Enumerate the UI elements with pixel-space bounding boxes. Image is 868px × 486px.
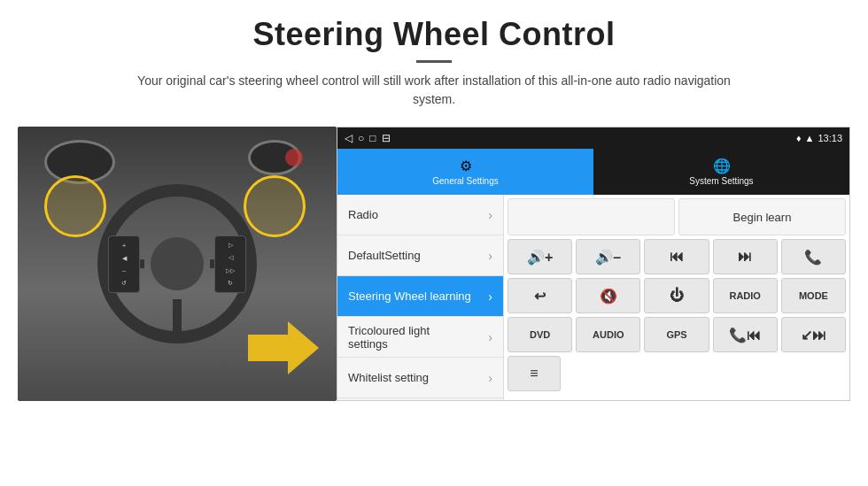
volume-down-icon: 🔊–	[595, 249, 621, 266]
mute-icon: 🔇	[600, 288, 617, 305]
gps-label: GPS	[666, 329, 686, 340]
tab-system-settings[interactable]: 🌐 System Settings	[593, 149, 849, 195]
tab-general-label: General Settings	[432, 176, 499, 186]
phone-prev-icon: 📞⏮	[729, 327, 761, 343]
end-next-button[interactable]: ↙⏭	[781, 317, 846, 352]
android-tabs: ⚙ General Settings 🌐 System Settings	[337, 149, 849, 195]
highlight-left	[44, 175, 106, 237]
status-time: 13:13	[818, 133, 842, 143]
power-button[interactable]: ⏻	[644, 278, 709, 313]
prev-track-icon: ⏮	[670, 249, 684, 265]
menu-whitelist-label: Whitelist setting	[348, 371, 429, 384]
status-left: ◁ ○ □ ⊟	[345, 132, 391, 144]
audio-button[interactable]: AUDIO	[576, 317, 640, 352]
phone-icon: 📞	[804, 249, 822, 266]
arrow-overlay	[248, 321, 310, 383]
volume-up-icon: 🔊+	[527, 249, 553, 266]
menu-item-radio[interactable]: Radio ›	[337, 195, 503, 235]
home-icon[interactable]: ○	[358, 132, 364, 144]
android-content: Radio › DefaultSetting › Steering Wheel …	[337, 195, 849, 400]
radio-button[interactable]: RADIO	[713, 278, 778, 313]
status-right: ♦ ▲ 13:13	[796, 133, 842, 143]
menu-tricoloured-chevron: ›	[488, 330, 492, 344]
back-call-icon: ↩	[534, 288, 546, 305]
volume-up-button[interactable]: 🔊+	[508, 239, 572, 274]
highlight-right	[244, 175, 306, 237]
content-section: + ◀ – ↺ ▷ ◁ ▷▷ ↻	[0, 118, 868, 486]
back-icon[interactable]: ◁	[345, 132, 353, 144]
page-title: Steering Wheel Control	[35, 16, 833, 53]
back-call-button[interactable]: ↩	[508, 278, 572, 313]
next-track-button[interactable]: ⏭	[713, 239, 778, 274]
menu-item-tricoloured[interactable]: Tricoloured lightsettings ›	[337, 317, 503, 358]
svg-marker-0	[248, 321, 319, 374]
control-row-1: 🔊+ 🔊– ⏮ ⏭ 📞	[508, 239, 846, 274]
steering-wheel-graphic: + ◀ – ↺ ▷ ◁ ▷▷ ↻	[97, 184, 257, 343]
phone-prev-button[interactable]: 📞⏮	[713, 317, 778, 352]
list-button[interactable]: ≡	[508, 356, 561, 391]
menu-item-steering-wheel[interactable]: Steering Wheel learning ›	[337, 276, 503, 317]
audio-label: AUDIO	[593, 329, 624, 340]
gps-button[interactable]: GPS	[644, 317, 709, 352]
volume-down-button[interactable]: 🔊–	[576, 239, 640, 274]
menu-default-label: DefaultSetting	[348, 249, 421, 262]
menu-whitelist-chevron: ›	[488, 371, 492, 385]
mode-label: MODE	[799, 290, 828, 301]
android-panel: ◁ ○ □ ⊟ ♦ ▲ 13:13 ⚙ General Settings	[337, 127, 850, 401]
control-row-3: DVD AUDIO GPS 📞⏮ ↙⏭	[508, 317, 846, 352]
next-track-icon: ⏭	[738, 249, 752, 265]
screenshot-icon[interactable]: ⊟	[382, 132, 391, 144]
menu-list: Radio › DefaultSetting › Steering Wheel …	[337, 195, 504, 400]
menu-radio-chevron: ›	[488, 208, 492, 222]
end-next-icon: ↙⏭	[801, 327, 826, 343]
car-image: + ◀ – ↺ ▷ ◁ ▷▷ ↻	[18, 127, 337, 401]
menu-item-whitelist[interactable]: Whitelist setting ›	[337, 358, 503, 398]
power-icon: ⏻	[670, 288, 684, 304]
menu-tricoloured-label: Tricoloured lightsettings	[348, 324, 430, 351]
menu-item-default-setting[interactable]: DefaultSetting ›	[337, 235, 503, 276]
control-panel: Begin learn 🔊+ 🔊– ⏮	[504, 195, 849, 400]
control-row-2: ↩ 🔇 ⏻ RADIO MODE	[508, 278, 846, 313]
tab-system-label: System Settings	[689, 176, 753, 186]
prev-track-button[interactable]: ⏮	[644, 239, 709, 274]
phone-button[interactable]: 📞	[781, 239, 846, 274]
menu-default-chevron: ›	[488, 249, 492, 263]
car-image-bg: + ◀ – ↺ ▷ ◁ ▷▷ ↻	[18, 127, 337, 401]
header-section: Steering Wheel Control Your original car…	[0, 0, 868, 118]
wifi-icon: ♦	[796, 133, 802, 143]
menu-steering-chevron: ›	[488, 289, 492, 304]
control-row-4: ≡	[508, 356, 846, 391]
signal-icon: ▲	[805, 133, 815, 143]
mute-button[interactable]: 🔇	[576, 278, 640, 313]
begin-learn-row: Begin learn	[508, 198, 846, 235]
menu-steering-label: Steering Wheel learning	[348, 289, 471, 303]
radio-label: RADIO	[729, 290, 760, 301]
subtitle: Your original car's steering wheel contr…	[124, 72, 744, 109]
system-settings-icon: 🌐	[713, 158, 731, 174]
android-status-bar: ◁ ○ □ ⊟ ♦ ▲ 13:13	[337, 127, 849, 149]
page-container: Steering Wheel Control Your original car…	[0, 0, 868, 486]
general-settings-icon: ⚙	[460, 158, 472, 174]
recents-icon[interactable]: □	[369, 132, 376, 144]
dvd-button[interactable]: DVD	[508, 317, 572, 352]
begin-learn-button[interactable]: Begin learn	[678, 198, 846, 235]
list-icon: ≡	[530, 366, 538, 382]
blank-display-box	[508, 198, 675, 235]
menu-radio-label: Radio	[348, 208, 378, 221]
dvd-label: DVD	[530, 329, 550, 340]
mode-button[interactable]: MODE	[781, 278, 846, 313]
title-divider	[416, 60, 452, 63]
tab-general-settings[interactable]: ⚙ General Settings	[337, 149, 593, 195]
